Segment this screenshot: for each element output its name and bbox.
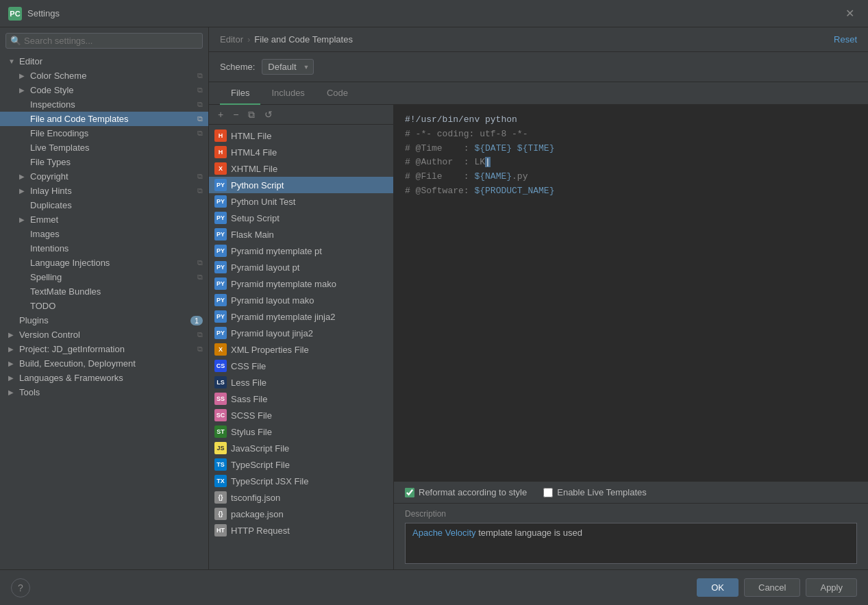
remove-template-button[interactable]: − [230,108,242,121]
tab-files[interactable]: Files [220,82,260,105]
file-item-html[interactable]: H HTML File [209,127,393,144]
sidebar-item-spelling[interactable]: ▶ Spelling ⧉ [0,270,208,284]
tab-includes[interactable]: Includes [260,82,315,105]
file-item-pym-mako[interactable]: PY Pyramid mytemplate mako [209,275,393,292]
file-item-scss[interactable]: SC SCSS File [209,407,393,423]
file-item-pym-jinja2[interactable]: PY Pyramid mytemplate jinja2 [209,308,393,325]
sidebar-item-label: Language Injections [30,258,110,268]
file-item-ts[interactable]: TS TypeScript File [209,456,393,473]
file-item-html4[interactable]: H HTML4 File [209,144,393,160]
reset-template-button[interactable]: ↺ [261,108,276,121]
sidebar-item-code-style[interactable]: ▶ Code Style ⧉ [0,83,208,97]
tab-code[interactable]: Code [316,82,359,105]
sidebar-item-build[interactable]: ▶ Build, Execution, Deployment [0,356,208,371]
sidebar-item-language-injections[interactable]: ▶ Language Injections ⧉ [0,256,208,270]
file-item-pytest[interactable]: PY Python Unit Test [209,193,393,210]
add-template-button[interactable]: + [214,108,227,121]
file-item-label: Flask Main [231,230,274,240]
sidebar-item-tools[interactable]: ▶ Tools [0,385,208,399]
close-button[interactable]: ✕ [840,4,860,23]
sidebar-item-textmate-bundles[interactable]: ▶ TextMate Bundles [0,284,208,299]
dialog-title: Settings [27,8,840,18]
sidebar-item-label: Inspections [30,99,75,110]
file-item-package[interactable]: {} package.json [209,506,393,522]
copy-icon: ⧉ [197,273,203,282]
copy-icon: ⧉ [197,330,203,339]
cancel-button[interactable]: Cancel [744,578,800,597]
apache-velocity-link[interactable]: Apache Velocity [412,528,476,538]
apply-button[interactable]: Apply [806,578,857,597]
file-item-python[interactable]: PY Python Script [209,177,393,193]
file-item-label: Pyramid mytemplate mako [231,279,336,289]
file-item-stylus[interactable]: ST Stylus File [209,423,393,440]
ts-file-icon: TS [214,458,227,471]
search-input[interactable] [24,36,198,46]
breadcrumb-current: File and Code Templates [254,34,353,45]
sidebar-item-live-templates[interactable]: ▶ Live Templates [0,140,208,155]
file-item-pym-pt[interactable]: PY Pyramid mytemplate pt [209,243,393,259]
live-templates-checkbox-label[interactable]: Enable Live Templates [543,487,647,497]
file-item-label: SCSS File [231,410,272,421]
file-item-sass[interactable]: SS Sass File [209,391,393,407]
live-templates-label: Enable Live Templates [557,487,647,497]
sidebar-item-label: Intentions [30,243,69,254]
sidebar-item-label: Color Scheme [30,71,86,81]
sidebar-item-images[interactable]: ▶ Images [0,227,208,241]
sidebar-item-file-encodings[interactable]: ▶ File Encodings ⧉ [0,126,208,140]
file-item-tsconfig[interactable]: {} tsconfig.json [209,489,393,506]
less-file-icon: LS [214,376,227,388]
file-item-setup[interactable]: PY Setup Script [209,210,393,226]
sidebar-item-label: Inlay Hints [30,186,72,196]
sidebar-item-languages[interactable]: ▶ Languages & Frameworks [0,371,208,385]
tsconfig-file-icon: {} [214,491,227,504]
reformat-checkbox[interactable] [405,488,414,497]
sidebar-item-label: Tools [19,387,40,397]
sidebar-item-editor[interactable]: ▼ Editor [0,54,208,69]
scheme-select[interactable]: Default Project [262,59,314,75]
code-editor[interactable]: #!/usr/bin/env python # -*- coding: utf-… [394,105,868,481]
file-item-pyl-mako[interactable]: PY Pyramid layout mako [209,292,393,308]
description-rest-text: template language is used [476,528,582,538]
search-box[interactable]: 🔍 [5,33,203,49]
sidebar-item-duplicates[interactable]: ▶ Duplicates [0,198,208,212]
panel-header: Editor › File and Code Templates Reset [209,27,868,52]
sidebar-item-version-control[interactable]: ▶ Version Control ⧉ [0,328,208,342]
sidebar-item-file-code-templates[interactable]: ▶ File and Code Templates ⧉ [0,112,208,126]
sidebar-item-inspections[interactable]: ▶ Inspections ⧉ [0,97,208,112]
file-item-label: TypeScript File [231,460,290,470]
copy-template-button[interactable]: ⧉ [245,108,258,121]
scheme-label: Scheme: [220,62,255,72]
file-item-label: JavaScript File [231,443,289,454]
help-button[interactable]: ? [11,578,30,597]
ok-button[interactable]: OK [697,578,739,597]
sidebar-item-label: Plugins [19,315,49,325]
file-item-http[interactable]: HT HTTP Request [209,522,393,539]
live-templates-checkbox[interactable] [543,488,553,497]
file-item-less[interactable]: LS Less File [209,374,393,391]
file-item-js[interactable]: JS JavaScript File [209,440,393,456]
sidebar-item-intentions[interactable]: ▶ Intentions [0,241,208,256]
sidebar-item-emmet[interactable]: ▶ Emmet [0,212,208,227]
sidebar-item-copyright[interactable]: ▶ Copyright ⧉ [0,169,208,184]
sidebar-item-label: Version Control [19,330,80,340]
file-item-xml[interactable]: X XML Properties File [209,341,393,358]
code-style-arrow: ▶ [19,86,26,94]
reset-button[interactable]: Reset [834,34,857,45]
sidebar-item-todo[interactable]: ▶ TODO [0,299,208,313]
sidebar-item-color-scheme[interactable]: ▶ Color Scheme ⧉ [0,69,208,83]
sidebar-item-plugins[interactable]: ▼ Plugins 1 [0,313,208,328]
sidebar-item-inlay-hints[interactable]: ▶ Inlay Hints ⧉ [0,184,208,198]
copy-icon: ⧉ [197,86,203,95]
sass-file-icon: SS [214,393,227,405]
title-bar: PC Settings ✕ [0,0,868,27]
sidebar-item-project[interactable]: ▶ Project: JD_getInformation ⧉ [0,342,208,356]
file-item-xhtml[interactable]: X XHTML File [209,160,393,177]
reformat-checkbox-label[interactable]: Reformat according to style [405,487,527,497]
file-item-css[interactable]: CS CSS File [209,358,393,374]
sidebar-item-file-types[interactable]: ▶ File Types [0,155,208,169]
file-item-flask[interactable]: PY Flask Main [209,226,393,243]
file-item-label: Pyramid layout mako [231,295,314,306]
file-item-pyl-pt[interactable]: PY Pyramid layout pt [209,259,393,275]
file-item-pyl-jinja2[interactable]: PY Pyramid layout jinja2 [209,325,393,341]
file-item-tsx[interactable]: TX TypeScript JSX File [209,473,393,489]
